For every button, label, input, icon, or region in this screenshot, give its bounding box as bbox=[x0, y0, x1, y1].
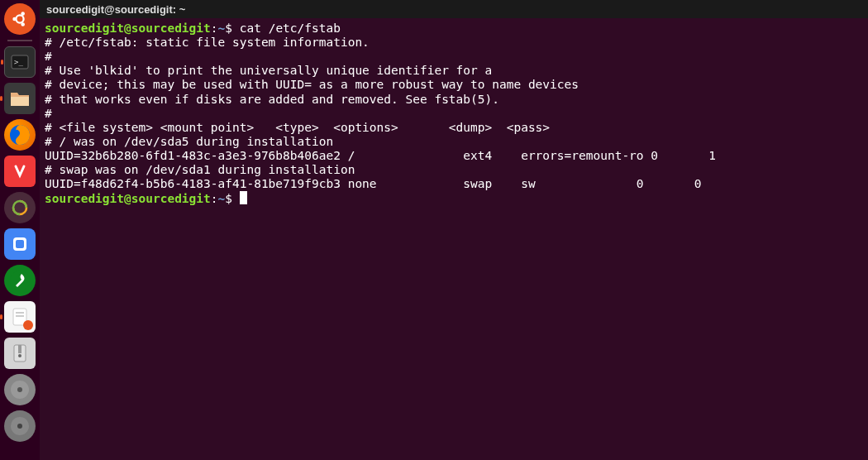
output-line: # swap was on /dev/sda1 during installat… bbox=[45, 163, 355, 176]
app-icon[interactable] bbox=[4, 228, 36, 260]
archive-icon bbox=[11, 343, 29, 364]
sync-icon bbox=[8, 196, 31, 219]
archive-app-icon[interactable] bbox=[4, 338, 36, 369]
svg-point-3 bbox=[16, 15, 23, 22]
app-generic-icon bbox=[11, 235, 29, 253]
prompt-user: sourcedigit@sourcedigit bbox=[45, 22, 211, 35]
command-empty bbox=[232, 192, 240, 205]
terminal-cursor bbox=[240, 191, 247, 204]
svg-rect-10 bbox=[16, 240, 24, 248]
svg-rect-6 bbox=[11, 97, 29, 106]
terminal-icon: >_ bbox=[10, 54, 30, 70]
ubuntu-logo-icon bbox=[11, 10, 29, 28]
text-editor-app-icon[interactable] bbox=[4, 301, 36, 333]
prompt-user: sourcedigit@sourcedigit bbox=[45, 192, 211, 205]
wrench-icon bbox=[9, 270, 31, 291]
terminal-body[interactable]: sourcedigit@sourcedigit:~$ cat /etc/fsta… bbox=[40, 18, 868, 460]
vivaldi-icon bbox=[10, 161, 30, 181]
firefox-app-icon[interactable] bbox=[4, 119, 36, 151]
output-line: # /etc/fstab: static file system informa… bbox=[45, 36, 370, 49]
window-title: sourcedigit@sourcedigit: ~ bbox=[46, 3, 185, 16]
ubuntu-dash-icon[interactable] bbox=[4, 3, 36, 35]
output-line: UUID=32b6b280-6fd1-483c-a3e3-976b8b406ae… bbox=[45, 149, 716, 162]
disk2-app-icon[interactable] bbox=[4, 410, 36, 442]
firefox-icon bbox=[7, 122, 32, 147]
window-titlebar[interactable]: sourcedigit@sourcedigit: ~ bbox=[40, 0, 868, 18]
prompt-path: ~ bbox=[218, 22, 226, 35]
output-line: # device; this may be used with UUID= as… bbox=[45, 78, 579, 91]
prompt-path: ~ bbox=[218, 192, 226, 205]
disk2-icon bbox=[8, 414, 31, 438]
output-line: # Use 'blkid' to print the universally u… bbox=[45, 64, 492, 77]
output-line: # / was on /dev/sda5 during installation bbox=[45, 135, 333, 148]
prompt-dollar: $ bbox=[225, 192, 232, 205]
folder-icon bbox=[9, 89, 31, 108]
svg-point-19 bbox=[17, 387, 22, 392]
prompt-colon: : bbox=[211, 192, 218, 205]
prompt-dollar: $ bbox=[225, 22, 232, 35]
sync-app-icon[interactable] bbox=[4, 192, 36, 223]
output-line: UUID=f48d62f4-b5b6-4183-af41-81be719f9cb… bbox=[45, 177, 701, 190]
svg-text:>_: >_ bbox=[14, 58, 23, 66]
dock: >_ bbox=[0, 0, 40, 460]
main-window: sourcedigit@sourcedigit: ~ sourcedigit@s… bbox=[40, 0, 868, 460]
svg-point-21 bbox=[17, 424, 22, 429]
files-app-icon[interactable] bbox=[4, 83, 36, 114]
vivaldi-app-icon[interactable] bbox=[4, 156, 36, 187]
output-line: # that works even if disks are added and… bbox=[45, 93, 499, 106]
disk-icon bbox=[8, 378, 31, 401]
output-line: # bbox=[45, 107, 52, 120]
divider bbox=[7, 40, 32, 41]
svg-rect-16 bbox=[18, 345, 21, 353]
disk-app-icon[interactable] bbox=[4, 374, 36, 405]
svg-point-17 bbox=[18, 354, 21, 357]
document-icon bbox=[9, 306, 31, 328]
svg-point-11 bbox=[10, 271, 30, 290]
svg-rect-12 bbox=[13, 309, 26, 325]
output-line: # <file system> <mount point> <type> <op… bbox=[45, 121, 550, 134]
output-line: # bbox=[45, 50, 52, 63]
terminal-app-icon[interactable]: >_ bbox=[4, 46, 36, 78]
settings-app-icon[interactable] bbox=[4, 265, 36, 296]
command-cat: cat /etc/fstab bbox=[232, 22, 341, 35]
prompt-colon: : bbox=[211, 22, 218, 35]
